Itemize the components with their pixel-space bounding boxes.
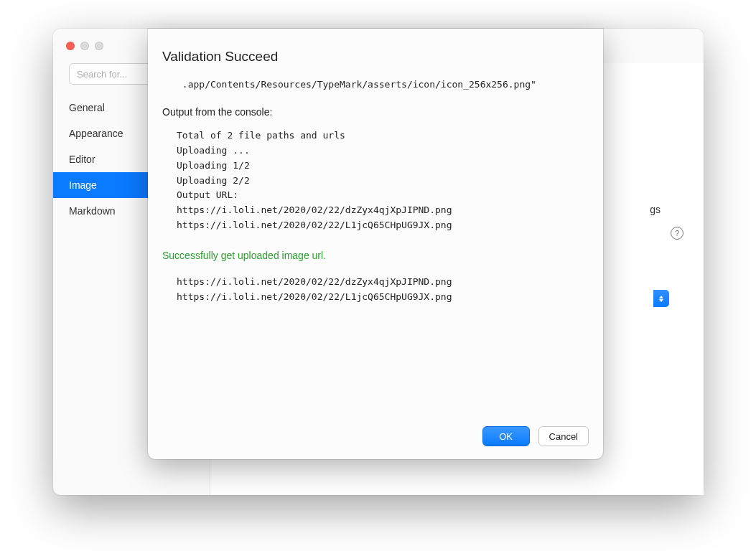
traffic-lights <box>66 42 103 50</box>
console-line: Uploading ... <box>162 143 589 159</box>
validation-dialog: Validation Succeed .app/Contents/Resourc… <box>148 29 603 459</box>
close-window-icon[interactable] <box>66 42 75 50</box>
success-message: Successfully get uploaded image url. <box>162 248 589 263</box>
console-line: https://i.loli.net/2020/02/22/dzZyx4qjXp… <box>162 203 589 218</box>
zoom-window-icon[interactable] <box>95 42 103 50</box>
console-line: Total of 2 file paths and urls <box>162 128 589 143</box>
dropdown-stepper-icon[interactable] <box>653 290 669 307</box>
help-icon[interactable]: ? <box>671 227 683 240</box>
dialog-body: .app/Contents/Resources/TypeMark/asserts… <box>162 77 589 418</box>
file-path-line: .app/Contents/Resources/TypeMark/asserts… <box>162 77 589 93</box>
minimize-window-icon[interactable] <box>80 42 89 50</box>
console-output-label: Output from the console: <box>162 104 589 120</box>
console-line: Uploading 1/2 <box>162 159 589 174</box>
cancel-button[interactable]: Cancel <box>538 426 589 446</box>
console-line: Output URL: <box>162 188 589 203</box>
ok-button[interactable]: OK <box>482 426 530 446</box>
console-line: Uploading 2/2 <box>162 174 589 189</box>
result-url: https://i.loli.net/2020/02/22/L1jcQ65CHp… <box>162 290 589 305</box>
dialog-title: Validation Succeed <box>162 49 589 65</box>
console-line: https://i.loli.net/2020/02/22/L1jcQ65CHp… <box>162 218 589 233</box>
result-url: https://i.loli.net/2020/02/22/dzZyx4qjXp… <box>162 275 589 290</box>
partial-bg-text: gs <box>650 204 661 215</box>
dialog-footer: OK Cancel <box>162 418 589 446</box>
